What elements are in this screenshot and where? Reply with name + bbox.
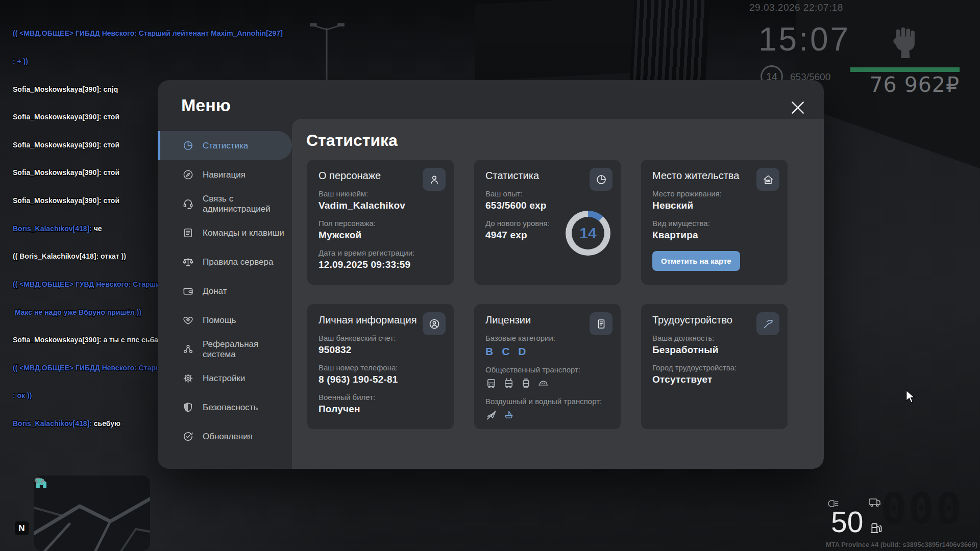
sidebar-item-label: Связь с администрацией	[203, 194, 287, 214]
chat-line: (( <МВД.ОБЩЕЕ> ГИБДД Невского: Старший л…	[13, 29, 401, 38]
pie-chart-icon	[182, 140, 194, 152]
hud-game-time: 15:07	[758, 20, 850, 58]
field-value: 12.09.2025 09:33:59	[318, 259, 443, 270]
menu-sidebar: Статистика Навигация Связь с администрац…	[158, 131, 292, 451]
field-label: Ваш банковский счет:	[318, 334, 443, 342]
server-watermark: MTA Province #4 (build: s3895c3895r1406v…	[826, 541, 977, 548]
sidebar-item-label: Настройки	[203, 373, 245, 384]
bus-icon	[485, 378, 497, 389]
house-icon	[756, 168, 779, 191]
exp-progress-bar	[850, 67, 960, 72]
sidebar-item-label: Обновления	[203, 432, 253, 442]
close-icon[interactable]	[790, 99, 806, 116]
ship-icon	[503, 409, 514, 421]
slatted-building	[629, 0, 710, 90]
field-label: Вид имущества:	[652, 219, 776, 228]
mouse-cursor	[905, 390, 917, 405]
hud-datetime: 29.03.2026 22:07:18	[749, 2, 843, 13]
field-label: Ваш никнейм:	[318, 189, 443, 198]
field-value: Квартира	[652, 230, 776, 241]
field-value: Безработный	[652, 344, 776, 356]
sidebar-item-statistics[interactable]: Статистика	[158, 131, 292, 160]
person-circle-icon	[423, 312, 446, 335]
license-card-icon	[590, 312, 612, 335]
field-label: Ваш номер телефона:	[318, 363, 443, 372]
menu-title: Меню	[181, 95, 231, 115]
tram-icon	[520, 378, 532, 389]
sidebar-item-server-rules[interactable]: Правила сервера	[158, 247, 292, 277]
shield-icon	[182, 402, 194, 413]
minimap-north-badge: N	[15, 521, 29, 535]
air-water-transport-icons	[485, 409, 609, 421]
field-value: Мужской	[318, 230, 443, 241]
sidebar-item-settings[interactable]: Настройки	[158, 364, 292, 393]
field-value: Получен	[318, 404, 443, 415]
person-icon	[423, 168, 446, 191]
level-progress-ring: 14	[566, 211, 610, 256]
vehicle-indicator-icon	[868, 496, 881, 508]
chat-line: : + ))	[13, 57, 401, 66]
field-label: Дата и время регистрации:	[318, 248, 443, 257]
handshake-heart-icon	[182, 314, 194, 326]
sidebar-item-referral-system[interactable]: Реферальная система	[158, 335, 292, 364]
field-value: 8 (963) 190-52-81	[318, 374, 443, 385]
taxi-cap-icon	[537, 378, 549, 389]
sidebar-item-admin-contact[interactable]: Связь с администрацией	[158, 189, 292, 218]
sidebar-item-help[interactable]: Помощь	[158, 306, 292, 335]
card-licenses: Лицензии Базовые категории: B C D Общест…	[474, 304, 621, 429]
pickaxe-icon	[756, 312, 779, 335]
mark-on-map-button[interactable]: Отметить на карте	[652, 251, 740, 271]
license-category-c: C	[502, 345, 509, 358]
sidebar-item-donate[interactable]: Донат	[158, 277, 292, 306]
minimap	[34, 475, 150, 551]
trolleybus-icon	[503, 378, 514, 389]
sidebar-item-updates[interactable]: Обновления	[158, 422, 292, 451]
field-label: Военный билет:	[318, 393, 443, 402]
field-value: 653/5600 exp	[485, 200, 609, 211]
sidebar-item-label: Статистика	[203, 141, 248, 151]
sidebar-item-label: Правила сервера	[203, 257, 273, 267]
sidebar-item-security[interactable]: Безопасность	[158, 393, 292, 422]
field-label: Воздушный и водный транспорт:	[485, 397, 609, 406]
page-title: Статистика	[306, 131, 398, 150]
pie-chart-icon	[590, 168, 612, 191]
plane-crossed-icon	[485, 409, 497, 421]
sidebar-item-commands-keys[interactable]: Команды и клавиши	[158, 218, 292, 247]
scales-icon	[182, 256, 194, 268]
network-icon	[182, 343, 194, 355]
refresh-check-icon	[182, 431, 194, 442]
sidebar-item-label: Команды и клавиши	[203, 228, 284, 238]
field-value: Vadim_Kalachikov	[318, 200, 443, 211]
license-categories: B C D	[485, 345, 609, 358]
fuel-pump-icon	[870, 521, 883, 535]
card-residence: Место жительства Место проживания: Невск…	[641, 160, 788, 285]
field-label: Город трудоустройства:	[652, 363, 776, 372]
building-silhouette	[475, 0, 643, 81]
sidebar-item-label: Донат	[203, 286, 227, 296]
field-label: Место проживания:	[652, 189, 776, 198]
field-label: Пол персонажа:	[318, 219, 443, 228]
public-transport-icons	[485, 378, 609, 389]
minimap-roads	[34, 475, 150, 551]
field-value: 950832	[318, 344, 443, 356]
fist-icon	[890, 24, 920, 58]
license-category-d: D	[518, 345, 526, 358]
card-statistics: Статистика Ваш опыт: 653/5600 exp До нов…	[474, 160, 621, 285]
card-personal-info: Личная информация Ваш банковский счет: 9…	[307, 304, 454, 429]
sidebar-item-label: Безопасность	[203, 403, 258, 413]
sidebar-item-label: Реферальная система	[203, 339, 287, 360]
license-category-b: B	[485, 345, 493, 358]
field-label: Общественный транспорт:	[485, 365, 609, 374]
list-icon	[182, 227, 194, 239]
wallet-icon	[182, 285, 194, 297]
card-about-character: О персонаже Ваш никнейм: Vadim_Kalachiko…	[307, 160, 454, 285]
level-value: 14	[572, 217, 604, 249]
gear-icon	[182, 372, 194, 384]
menu-modal: Меню Статистика О персонаже Ваш никнейм:…	[158, 80, 824, 469]
compass-icon	[182, 169, 194, 181]
headset-icon	[182, 198, 194, 210]
sidebar-item-label: Помощь	[203, 315, 236, 325]
sidebar-item-navigation[interactable]: Навигация	[158, 160, 292, 189]
menu-content-pane: Статистика О персонаже Ваш никнейм: Vadi…	[292, 119, 824, 469]
field-label: Базовые категории:	[485, 334, 609, 342]
